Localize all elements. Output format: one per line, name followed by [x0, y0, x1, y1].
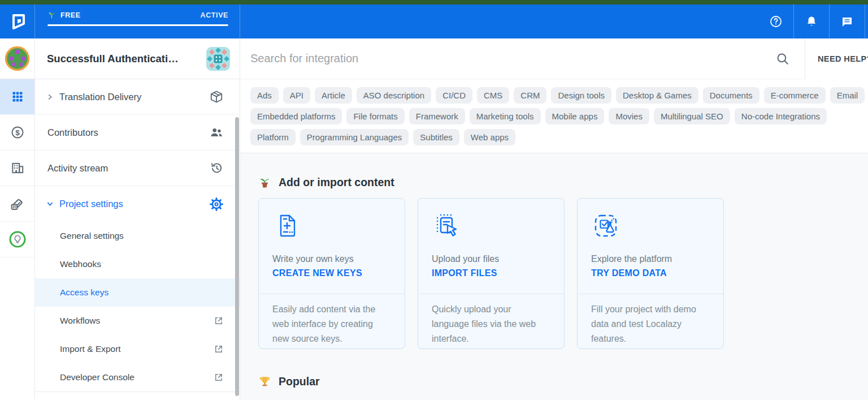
filter-chip[interactable]: Embedded platforms [250, 108, 342, 124]
sidebar-subitem-developer-console[interactable]: Developer Console [35, 363, 240, 392]
filter-chip[interactable]: Email [830, 87, 865, 104]
filter-chip[interactable]: Programming Languages [300, 129, 409, 145]
filter-chip[interactable]: Article [315, 87, 352, 104]
sidebar-item-label: Activity stream [47, 163, 209, 174]
history-icon [209, 161, 224, 175]
try-demo-data-card[interactable]: Explore the platform TRY DEMO DATA Fill … [577, 198, 724, 349]
localazy-flag-icon [8, 12, 27, 31]
external-link-icon [214, 372, 224, 382]
project-avatar-icon [5, 46, 30, 71]
filter-chip[interactable]: Subtitles [413, 129, 459, 145]
project-header[interactable]: Successfull Authenticati… [35, 38, 240, 79]
potted-plant-icon [258, 176, 271, 189]
plan-progress-fill [47, 24, 228, 26]
filter-chip[interactable]: Multilingual SEO [654, 108, 730, 124]
filter-chip[interactable]: Marketing tools [470, 108, 541, 124]
svg-text:30: 30 [12, 205, 16, 209]
app-body: $ [0, 38, 868, 400]
create-new-keys-card[interactable]: Write your own keys CREATE NEW KEYS Easi… [258, 198, 405, 349]
sidebar-subitem-label: Workflows [60, 316, 214, 326]
localazy-logo[interactable] [0, 5, 35, 38]
filter-chip[interactable]: CI/CD [436, 87, 472, 104]
sidebar-item-label: Contributors [47, 127, 209, 138]
sidebar-scrollbar[interactable] [235, 117, 239, 396]
document-add-icon [272, 211, 302, 240]
create-new-keys-link[interactable]: CREATE NEW KEYS [272, 268, 391, 278]
card-title: Write your own keys [272, 254, 391, 264]
sidebar-filler [35, 392, 240, 400]
sidebar-subitem-webhooks[interactable]: Webhooks [35, 250, 240, 278]
billing-dollar-icon: $ [10, 125, 25, 140]
rail-item-referral[interactable]: 30 [0, 186, 34, 222]
chevron-down-icon [47, 201, 59, 207]
chip-row: Platform Programming Languages Subtitles… [250, 129, 868, 145]
import-files-link[interactable]: IMPORT FILES [432, 268, 550, 278]
project-name: Successfull Authenticati… [47, 53, 200, 65]
chevron-right-icon [47, 94, 59, 100]
help-button[interactable] [758, 5, 793, 38]
messages-button[interactable] [829, 5, 865, 38]
section-title: Popular [279, 375, 320, 388]
filter-chip[interactable]: Platform [250, 129, 296, 145]
filter-chip[interactable]: Ads [250, 87, 279, 104]
filter-chip[interactable]: Documents [703, 87, 760, 104]
filter-chip[interactable]: ASO description [357, 87, 431, 104]
search-icon[interactable] [775, 51, 790, 66]
sidebar-item-project-settings[interactable]: Project settings [35, 186, 240, 222]
tips-bulb-icon [8, 230, 27, 248]
filter-chip[interactable]: API [283, 87, 310, 104]
sidebar-subitem-workflows[interactable]: Workflows [35, 307, 240, 335]
svg-text:$: $ [15, 128, 20, 137]
referral-30-icon: 30 [9, 195, 26, 212]
seedling-icon [47, 11, 56, 19]
rail-item-tips[interactable] [0, 222, 34, 257]
filter-chip[interactable]: Desktop & Games [616, 87, 698, 104]
plan-name: FREE [60, 11, 81, 19]
apps-grid-icon [11, 90, 24, 104]
organization-icon [10, 161, 25, 175]
sidebar-subitem-import-export[interactable]: Import & Export [35, 335, 240, 363]
filter-chip[interactable]: Design tools [551, 87, 611, 104]
project-avatar[interactable] [0, 38, 34, 79]
sidebar-subitem-label: Webhooks [60, 259, 224, 269]
try-demo-data-link[interactable]: TRY DEMO DATA [591, 268, 710, 278]
main-panel: NEED HELP? Ads API Article ASO descripti… [240, 38, 868, 400]
rail-item-organization[interactable] [0, 150, 34, 186]
filter-chip[interactable]: No-code Integrations [735, 108, 827, 124]
filter-chip[interactable]: Web apps [464, 129, 515, 145]
topbar-actions [758, 5, 865, 38]
sidebar-subitem-label: General settings [60, 231, 224, 241]
filter-chip[interactable]: CMS [477, 87, 509, 104]
add-import-cards: Write your own keys CREATE NEW KEYS Easi… [258, 198, 868, 349]
icon-rail: $ [0, 38, 35, 400]
sidebar-subitem-access-keys[interactable]: Access keys [35, 278, 240, 307]
card-description: Easily add content via the web interface… [259, 294, 405, 349]
search-input[interactable] [250, 52, 775, 65]
help-icon [769, 15, 783, 28]
sidebar-subitem-general-settings[interactable]: General settings [35, 222, 240, 250]
popular-section-header: Popular [258, 375, 868, 388]
card-title: Upload your files [432, 254, 550, 264]
plan-usage-widget[interactable]: FREE ACTIVE [35, 5, 240, 38]
trophy-icon [258, 375, 271, 388]
filter-chip[interactable]: Movies [609, 108, 649, 124]
rail-item-billing[interactable]: $ [0, 115, 34, 150]
filter-chip[interactable]: CRM [514, 87, 546, 104]
rail-item-apps[interactable] [0, 79, 34, 115]
need-help-button[interactable]: NEED HELP? [805, 38, 868, 79]
sidebar-item-label: Project settings [59, 199, 209, 209]
messages-icon [840, 15, 854, 28]
demo-data-icon [591, 211, 620, 240]
sidebar-item-translation-delivery[interactable]: Translation Delivery [35, 79, 240, 115]
filter-chip[interactable]: File formats [346, 108, 404, 124]
import-files-card[interactable]: Upload your files IMPORT FILES Quickly u… [418, 198, 565, 349]
browser-theme-strip [0, 0, 868, 5]
sidebar-item-activity-stream[interactable]: Activity stream [35, 150, 240, 186]
filter-chip[interactable]: Mobile apps [545, 108, 605, 124]
filter-chip[interactable]: E-commerce [764, 87, 826, 104]
filter-chip[interactable]: Framework [409, 108, 465, 124]
sidebar-item-contributors[interactable]: Contributors [35, 115, 240, 150]
notifications-icon [805, 15, 818, 28]
import-files-icon [432, 211, 461, 240]
notifications-button[interactable] [793, 5, 829, 38]
